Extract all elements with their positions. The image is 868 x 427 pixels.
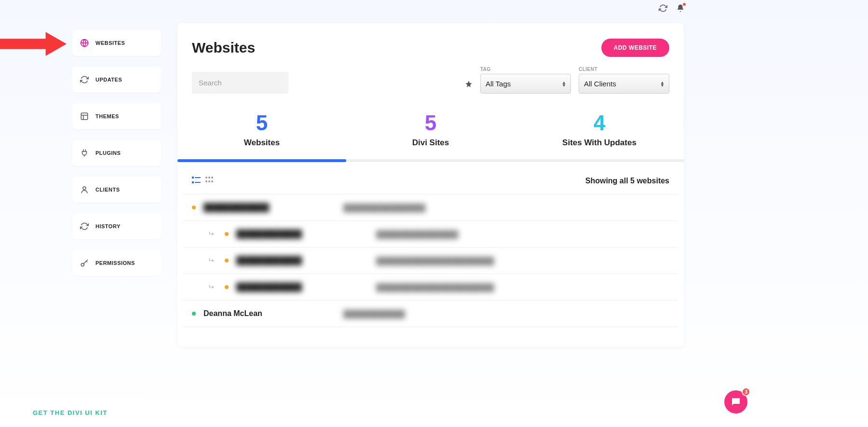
status-dot <box>192 206 196 209</box>
bell-icon[interactable] <box>676 4 685 13</box>
svg-rect-6 <box>192 181 194 183</box>
layout-icon <box>80 112 89 121</box>
site-name: ████████████ <box>236 283 376 291</box>
chat-badge: 3 <box>742 387 750 396</box>
sidebar: WEBSITES UPDATES THEMES PLUGINS CLIENTS … <box>72 30 161 276</box>
sidebar-item-themes[interactable]: THEMES <box>72 103 161 129</box>
chat-widget[interactable]: 3 <box>724 390 747 413</box>
main-panel: Websites ADD WEBSITE TAG All Tags ▲▼ CLI… <box>177 23 684 346</box>
site-url: ████████████████ <box>343 204 425 212</box>
list-toolbar: Showing all 5 websites <box>177 177 684 194</box>
cta-get-divi-ui-kit[interactable]: GET THE DIVI UI KIT <box>0 399 140 427</box>
svg-point-13 <box>211 180 213 182</box>
list-view-icon[interactable] <box>192 177 201 185</box>
stat-value: 5 <box>177 111 346 135</box>
showing-count: Showing all 5 websites <box>585 177 669 185</box>
svg-point-8 <box>205 177 207 179</box>
filter-label: CLIENT <box>579 67 669 72</box>
tab-divi-sites[interactable]: 5 Divi Sites <box>346 107 515 159</box>
site-name: ████████████ <box>236 256 376 265</box>
site-url: ████████████████ <box>376 230 458 238</box>
stat-label: Websites <box>177 138 346 148</box>
status-dot <box>225 285 229 289</box>
svg-rect-4 <box>192 177 194 179</box>
sidebar-item-plugins[interactable]: PLUGINS <box>72 140 161 166</box>
filter-label: TAG <box>480 67 571 72</box>
client-select[interactable]: All Clients <box>579 74 669 94</box>
site-row[interactable]: ████████████ ███████████████████████ <box>183 247 678 274</box>
status-dot <box>225 259 229 262</box>
client-filter: CLIENT All Clients ▲▼ <box>579 67 669 94</box>
site-row[interactable]: Deanna McLean ████████████ <box>183 300 678 327</box>
sidebar-item-updates[interactable]: UPDATES <box>72 67 161 93</box>
key-icon <box>80 259 89 267</box>
sidebar-item-label: PLUGINS <box>95 150 121 156</box>
filter-row: TAG All Tags ▲▼ CLIENT All Clients ▲▼ <box>177 67 684 94</box>
sidebar-item-clients[interactable]: CLIENTS <box>72 177 161 203</box>
site-url: ███████████████████████ <box>376 257 494 265</box>
history-icon <box>80 222 89 231</box>
indent-arrow-icon <box>208 231 215 237</box>
refresh-icon <box>80 75 89 84</box>
tab-sites-with-updates[interactable]: 4 Sites With Updates <box>515 107 684 159</box>
svg-point-9 <box>208 177 210 179</box>
refresh-icon[interactable] <box>659 4 667 13</box>
globe-icon <box>80 39 89 47</box>
site-row[interactable]: ████████████ ███████████████████████ <box>183 274 678 300</box>
site-name: Deanna McLean <box>203 309 343 318</box>
page-title: Websites <box>192 40 255 56</box>
sidebar-item-history[interactable]: HISTORY <box>72 213 161 239</box>
site-row[interactable]: ████████████ ████████████████ <box>183 194 678 220</box>
stat-label: Sites With Updates <box>515 138 684 148</box>
star-icon[interactable] <box>465 80 473 88</box>
sidebar-item-label: CLIENTS <box>95 187 120 193</box>
add-website-button[interactable]: ADD WEBSITE <box>601 39 670 57</box>
tag-filter: TAG All Tags ▲▼ <box>480 67 571 94</box>
stat-value: 5 <box>346 111 515 135</box>
view-toggles <box>192 177 213 185</box>
tab-indicator-track <box>177 159 684 162</box>
stats-tabs: 5 Websites 5 Divi Sites 4 Sites With Upd… <box>177 107 684 159</box>
status-dot <box>192 312 196 316</box>
user-icon <box>80 185 89 194</box>
notification-dot <box>683 3 686 6</box>
sidebar-item-label: THEMES <box>95 113 119 119</box>
status-dot <box>225 232 229 236</box>
site-list: ████████████ ████████████████ ██████████… <box>177 194 684 327</box>
svg-point-2 <box>83 187 86 190</box>
indent-arrow-icon <box>208 257 215 264</box>
svg-point-3 <box>81 263 84 266</box>
site-name: ████████████ <box>203 203 343 212</box>
svg-point-11 <box>205 180 207 182</box>
sidebar-item-permissions[interactable]: PERMISSIONS <box>72 250 161 276</box>
svg-rect-7 <box>195 182 201 183</box>
sidebar-item-label: UPDATES <box>95 77 122 83</box>
search-input[interactable] <box>192 72 288 94</box>
main-header: Websites ADD WEBSITE <box>177 39 684 57</box>
tab-indicator <box>177 159 346 162</box>
plug-icon <box>80 149 89 157</box>
sidebar-item-websites[interactable]: WEBSITES <box>72 30 161 56</box>
sidebar-item-label: PERMISSIONS <box>95 260 135 266</box>
site-row[interactable]: ████████████ ████████████████ <box>183 220 678 247</box>
stat-label: Divi Sites <box>346 138 515 148</box>
svg-point-10 <box>211 177 213 179</box>
sidebar-item-label: WEBSITES <box>95 40 125 46</box>
site-name: ████████████ <box>236 230 376 238</box>
svg-rect-1 <box>81 113 88 120</box>
svg-rect-5 <box>195 177 201 178</box>
tag-select[interactable]: All Tags <box>480 74 571 94</box>
sidebar-item-label: HISTORY <box>95 223 121 229</box>
top-icons <box>659 4 685 13</box>
tab-websites[interactable]: 5 Websites <box>177 107 346 159</box>
site-url: ███████████████████████ <box>376 283 494 291</box>
indent-arrow-icon <box>208 284 215 290</box>
stat-value: 4 <box>515 111 684 135</box>
grid-view-icon[interactable] <box>205 177 213 185</box>
svg-point-12 <box>208 180 210 182</box>
site-url: ████████████ <box>343 310 405 318</box>
annotation-arrow <box>0 32 67 56</box>
